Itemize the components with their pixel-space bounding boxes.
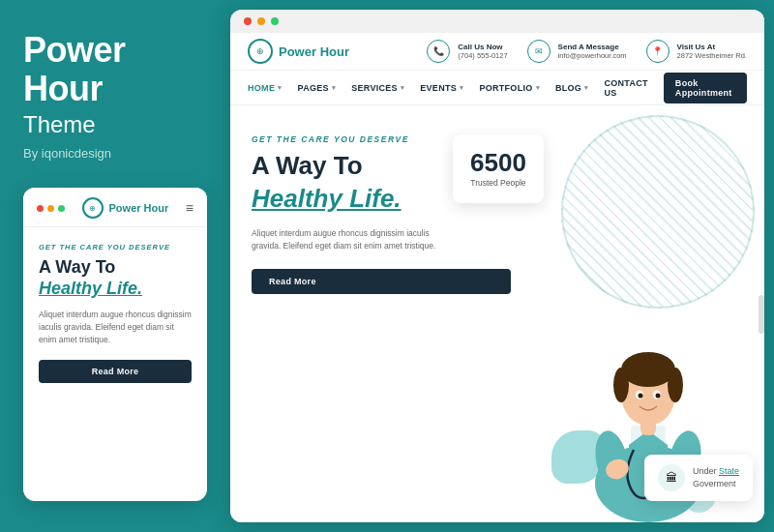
- nav-portfolio-arrow: ▾: [536, 84, 540, 92]
- nav-item-portfolio[interactable]: PORTFOLIO ▾: [479, 83, 540, 93]
- browser-dot-green: [271, 17, 279, 25]
- contact-phone: 📞 Call Us Now (704) 555-0127: [427, 40, 507, 63]
- desktop-logo: ⊕ Power Hour: [248, 39, 349, 64]
- mobile-heading1: A Way To: [39, 257, 192, 279]
- location-icon: 📍: [646, 40, 670, 63]
- mobile-heading2: Healthy Life.: [39, 279, 192, 300]
- mobile-logo-icon: ⊕: [82, 197, 104, 219]
- hero-circle-decoration: [561, 115, 755, 309]
- hero-section: GET THE CARE YOU DESERVE A Way To Health…: [230, 105, 764, 522]
- gov-card: 🏛 Under State Goverment: [644, 455, 753, 501]
- contact-group: 📞 Call Us Now (704) 555-0127 ✉ Send A Me…: [427, 40, 747, 63]
- book-appointment-button[interactable]: Book Appointment: [664, 73, 747, 103]
- browser-dot-yellow: [257, 17, 265, 25]
- mobile-read-more-button[interactable]: Read More: [39, 360, 192, 383]
- gov-icon: 🏛: [658, 464, 685, 491]
- hero-read-more-button[interactable]: Read More: [252, 269, 511, 294]
- nav-item-pages[interactable]: PAGES ▾: [298, 83, 337, 93]
- brand-name: Power Hour Theme By iqonicdesign: [23, 31, 207, 161]
- nav-pages-arrow: ▾: [332, 84, 336, 92]
- browser-dot-red: [244, 17, 252, 25]
- desktop-logo-icon: ⊕: [248, 39, 273, 64]
- email-value: info@powerhour.com: [558, 51, 627, 60]
- phone-value: (704) 555-0127: [458, 51, 507, 60]
- nav-home-arrow: ▾: [278, 84, 282, 92]
- phone-text-group: Call Us Now (704) 555-0127: [458, 43, 507, 60]
- mobile-logo: ⊕ Power Hour: [82, 197, 169, 219]
- mobile-logo-text: Power Hour: [109, 202, 169, 214]
- address-text-group: Visit Us At 2872 Westheimer Rd.: [677, 43, 747, 60]
- mobile-preview-card: ⊕ Power Hour ≡ GET THE CARE YOU DESERVE …: [23, 188, 207, 501]
- mobile-hamburger-icon[interactable]: ≡: [186, 201, 194, 215]
- mobile-eyebrow: GET THE CARE YOU DESERVE: [39, 243, 192, 251]
- info-bar: ⊕ Power Hour 📞 Call Us Now (704) 555-012…: [230, 33, 764, 71]
- email-text-group: Send A Message info@powerhour.com: [558, 43, 627, 60]
- nav-item-events[interactable]: EVENTS ▾: [420, 83, 463, 93]
- nav-item-services[interactable]: SERVICES ▾: [351, 83, 404, 93]
- email-icon: ✉: [527, 40, 551, 63]
- phone-icon: 📞: [427, 40, 450, 63]
- svg-point-11: [668, 368, 683, 402]
- stats-label: Trusted People: [470, 178, 526, 190]
- svg-point-10: [613, 368, 629, 402]
- email-label: Send A Message: [558, 43, 627, 51]
- hero-body-text: Aliquet interdum augue rhoncus dignissim…: [252, 227, 445, 253]
- address-value: 2872 Westheimer Rd.: [677, 51, 747, 60]
- svg-point-9: [621, 352, 675, 387]
- mobile-body-text: Aliquet interdum augue rhoncus dignissim…: [39, 309, 192, 345]
- dot-red: [37, 205, 44, 212]
- nav-item-contact[interactable]: CONTACT US: [604, 78, 647, 98]
- browser-chrome: [230, 10, 764, 33]
- nav-events-arrow: ▾: [460, 84, 463, 92]
- dot-green: [58, 205, 65, 212]
- nav-item-home[interactable]: HOME ▾: [248, 83, 283, 93]
- left-sidebar: Power Hour Theme By iqonicdesign ⊕ Power…: [0, 0, 230, 532]
- desktop-preview: ⊕ Power Hour 📞 Call Us Now (704) 555-012…: [230, 10, 764, 522]
- stats-card: 6500 Trusted People: [453, 134, 544, 203]
- desktop-logo-text: Power Hour: [279, 44, 349, 59]
- mobile-hero-content: GET THE CARE YOU DESERVE A Way To Health…: [23, 227, 207, 345]
- phone-label: Call Us Now: [458, 43, 507, 51]
- nav-blog-arrow: ▾: [584, 84, 588, 92]
- nav-services-arrow: ▾: [401, 84, 404, 92]
- dot-yellow: [47, 205, 54, 212]
- gov-text: Under State Goverment: [693, 465, 739, 489]
- contact-address: 📍 Visit Us At 2872 Westheimer Rd.: [646, 40, 747, 63]
- svg-point-15: [656, 394, 661, 399]
- svg-point-14: [639, 394, 643, 399]
- gov-state-link[interactable]: State: [719, 466, 739, 476]
- address-label: Visit Us At: [677, 43, 747, 51]
- nav-item-blog[interactable]: BLOG ▾: [555, 83, 589, 93]
- nav-bar: HOME ▾ PAGES ▾ SERVICES ▾ EVENTS ▾ PORTF…: [230, 71, 764, 105]
- mobile-window-dots: [37, 205, 65, 212]
- mobile-topbar: ⊕ Power Hour ≡: [23, 188, 207, 227]
- scroll-indicator: [759, 295, 764, 334]
- stats-number: 6500: [470, 148, 526, 178]
- contact-email: ✉ Send A Message info@powerhour.com: [527, 40, 627, 63]
